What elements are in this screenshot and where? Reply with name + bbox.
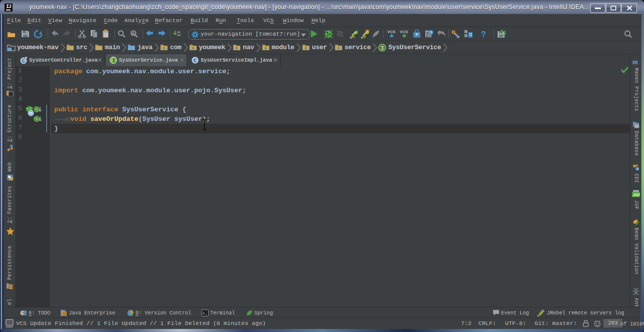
svg-text:C: C [193,58,197,64]
svg-text:I: I [112,58,115,64]
svg-text:JR: JR [364,34,369,37]
svg-text:A: A [132,31,135,36]
svg-text:VCS: VCS [387,30,396,34]
svg-text:C: C [22,58,25,64]
svg-text:?: ? [481,30,486,39]
svg-text:VCS: VCS [400,30,408,34]
svg-text:I: I [381,46,384,51]
svg-text:>_: >_ [203,311,207,315]
svg-text:m: m [632,59,638,65]
svg-text:JSF: JSF [633,193,640,197]
svg-text:JR: JR [353,34,358,37]
svg-text:10: 10 [177,34,181,37]
